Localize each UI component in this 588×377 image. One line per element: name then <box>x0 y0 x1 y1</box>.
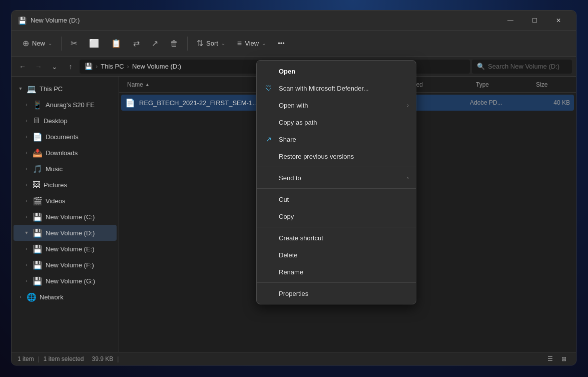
cut-button[interactable]: ✂ <box>66 35 82 53</box>
paste-icon: 📋 <box>111 39 121 48</box>
sidebar-item-this-pc[interactable]: ▼ 💻 This PC <box>14 81 117 97</box>
sidebar-item-downloads[interactable]: › 📥 Downloads <box>14 145 117 161</box>
copy-button[interactable]: ⬜ <box>84 35 104 53</box>
ctx-create-shortcut[interactable]: Create shortcut <box>257 229 416 246</box>
forward-button[interactable]: → <box>32 60 46 74</box>
ctx-cut-label: Cut <box>279 196 289 203</box>
paste-button[interactable]: 📋 <box>106 35 126 53</box>
breadcrumb-this-pc[interactable]: This PC <box>101 63 124 70</box>
phone-label: Anurag's S20 FE <box>46 101 113 109</box>
sidebar-item-desktop[interactable]: › 🖥 Desktop <box>14 113 117 129</box>
sidebar-item-volume-f[interactable]: › 💾 New Volume (F:) <box>14 257 117 273</box>
share-button[interactable]: ↗ <box>147 35 163 53</box>
ctx-open-with-arrow: › <box>407 102 409 108</box>
cut-icon: ✂ <box>71 39 77 48</box>
pictures-label: Pictures <box>44 181 113 189</box>
recent-locations-button[interactable]: ⌄ <box>48 60 62 74</box>
up-button[interactable]: ↑ <box>64 60 78 74</box>
ctx-copy-path[interactable]: Copy as path <box>257 114 416 131</box>
col-name-sort-arrow: ▲ <box>145 82 150 87</box>
sidebar-item-network[interactable]: › 🌐 Network <box>14 289 117 305</box>
ctx-properties[interactable]: Properties <box>257 285 416 302</box>
sidebar-item-pictures[interactable]: › 🖼 Pictures <box>14 177 117 193</box>
ctx-open[interactable]: Open <box>257 63 416 80</box>
expand-arrow-network: › <box>18 294 24 300</box>
new-button[interactable]: ⊕ New ⌄ <box>18 35 57 53</box>
delete-icon: 🗑 <box>170 39 178 48</box>
sidebar-item-music[interactable]: › 🎵 Music <box>14 161 117 177</box>
ctx-rename[interactable]: Rename <box>257 263 416 280</box>
ctx-scan[interactable]: 🛡 Scan with Microsoft Defender... <box>257 80 416 97</box>
sidebar-item-volume-e[interactable]: › 💾 New Volume (E:) <box>14 241 117 257</box>
this-pc-icon: 💻 <box>27 84 37 94</box>
move-button[interactable]: ⇄ <box>128 35 145 53</box>
expand-arrow-desktop: › <box>24 118 30 124</box>
ctx-send-to-arrow: › <box>407 175 409 181</box>
volume-c-icon: 💾 <box>33 212 43 222</box>
expand-arrow-volume-g: › <box>24 278 30 284</box>
ctx-copy[interactable]: Copy <box>257 208 416 225</box>
toolbar-separator-1 <box>61 37 62 51</box>
new-dropdown-arrow: ⌄ <box>48 41 52 46</box>
ctx-send-to[interactable]: Send to › <box>257 169 416 186</box>
volume-d-label: New Volume (D:) <box>46 229 113 237</box>
sort-dropdown-arrow: ⌄ <box>221 41 225 46</box>
ctx-scan-label: Scan with Microsoft Defender... <box>279 85 369 92</box>
phone-icon: 📱 <box>33 100 43 110</box>
search-box[interactable]: 🔍 Search New Volume (D:) <box>472 60 572 74</box>
file-pdf-icon: 📄 <box>125 98 135 108</box>
view-label: View <box>245 40 259 47</box>
documents-icon: 📄 <box>33 132 43 142</box>
expand-arrow-volume-c: › <box>24 214 30 220</box>
maximize-button[interactable]: ☐ <box>523 13 546 28</box>
view-dropdown-arrow: ⌄ <box>262 41 266 46</box>
close-button[interactable]: ✕ <box>547 13 570 28</box>
ctx-delete-label: Delete <box>279 251 298 259</box>
delete-button[interactable]: 🗑 <box>165 35 183 53</box>
downloads-label: Downloads <box>46 149 113 157</box>
expand-arrow-phone: › <box>24 102 30 108</box>
volume-c-label: New Volume (C:) <box>46 213 113 221</box>
ctx-cut[interactable]: Cut <box>257 191 416 208</box>
sidebar-item-videos[interactable]: › 🎬 Videos <box>14 193 117 209</box>
volume-f-icon: 💾 <box>33 260 43 270</box>
breadcrumb-current[interactable]: New Volume (D:) <box>132 63 181 70</box>
ctx-rename-label: Rename <box>279 268 303 276</box>
more-button[interactable]: ••• <box>273 35 290 53</box>
ctx-share[interactable]: ↗ Share <box>257 131 416 148</box>
toolbar: ⊕ New ⌄ ✂ ⬜ 📋 ⇄ ↗ 🗑 ⇅ Sort ⌄ ≡ <box>12 31 576 57</box>
sidebar-item-volume-g[interactable]: › 💾 New Volume (G:) <box>14 273 117 289</box>
col-header-type[interactable]: Type <box>472 81 532 88</box>
tiles-view-button[interactable]: ⊞ <box>558 354 570 364</box>
window-controls: — ☐ ✕ <box>499 13 570 28</box>
search-icon: 🔍 <box>477 63 485 70</box>
documents-label: Documents <box>46 133 113 141</box>
breadcrumb-separator-1: › <box>96 63 98 70</box>
view-button[interactable]: ≡ View ⌄ <box>232 35 271 53</box>
ctx-send-to-label: Send to <box>279 174 301 182</box>
expand-arrow-pictures: › <box>24 182 30 188</box>
sidebar-item-phone[interactable]: › 📱 Anurag's S20 FE <box>14 97 117 113</box>
expand-arrow-documents: › <box>24 134 30 140</box>
breadcrumb-icon: 💾 <box>85 63 93 70</box>
ctx-restore-label: Restore previous versions <box>279 153 354 160</box>
ctx-share-label: Share <box>279 136 296 143</box>
details-view-button[interactable]: ☰ <box>544 354 556 364</box>
ctx-open-with[interactable]: Open with › <box>257 97 416 114</box>
window-title: New Volume (D:) <box>31 17 499 24</box>
ctx-restore[interactable]: Restore previous versions <box>257 148 416 165</box>
volume-e-label: New Volume (E:) <box>46 245 113 253</box>
sort-button[interactable]: ⇅ Sort ⌄ <box>192 35 230 53</box>
sidebar-item-documents[interactable]: › 📄 Documents <box>14 129 117 145</box>
breadcrumb-separator-2: › <box>127 63 129 70</box>
col-header-size[interactable]: Size <box>532 81 572 88</box>
sidebar-item-volume-c[interactable]: › 💾 New Volume (C:) <box>14 209 117 225</box>
back-button[interactable]: ← <box>16 60 30 74</box>
status-separator-1: | <box>38 355 40 362</box>
new-label: New <box>32 40 45 47</box>
ctx-delete[interactable]: Delete <box>257 246 416 263</box>
status-size: 39.9 KB <box>92 355 114 362</box>
sidebar-item-volume-d[interactable]: ▼ 💾 New Volume (D:) <box>14 225 117 241</box>
minimize-button[interactable]: — <box>499 13 522 28</box>
context-menu: Open 🛡 Scan with Microsoft Defender... O… <box>256 60 416 304</box>
